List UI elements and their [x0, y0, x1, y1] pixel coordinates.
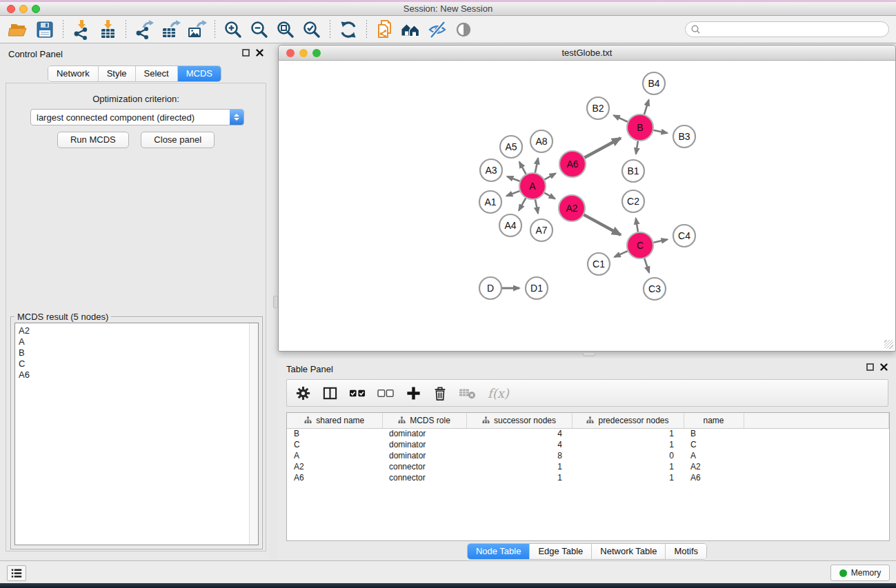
network-window-close-button[interactable]: [286, 49, 295, 57]
network-window-titlebar[interactable]: testGlobe.txt: [279, 45, 895, 61]
close-panel-icon[interactable]: [256, 49, 263, 57]
edge-B-B2[interactable]: [614, 115, 629, 122]
edge-B-B3[interactable]: [653, 130, 668, 133]
node-C2[interactable]: C2: [622, 190, 644, 212]
cell-shared-name[interactable]: A: [287, 450, 382, 461]
horizontal-splitter-handle[interactable]: [583, 352, 595, 356]
save-session-button[interactable]: [32, 18, 58, 41]
delete-column-trash-icon[interactable]: [432, 385, 448, 401]
node-C3[interactable]: C3: [644, 278, 666, 300]
cell-shared-name[interactable]: C: [287, 439, 382, 450]
edge-A-A7[interactable]: [535, 199, 538, 214]
settings-gear-icon[interactable]: [295, 385, 311, 401]
minimize-window-button[interactable]: [19, 5, 28, 13]
column-header-mcds-role[interactable]: MCDS role: [382, 413, 466, 428]
export-image-button[interactable]: [183, 18, 210, 41]
node-D[interactable]: D: [479, 277, 501, 299]
cell-name[interactable]: A6: [684, 472, 744, 483]
node-C[interactable]: C: [627, 232, 653, 258]
cell-mcds-role[interactable]: connector: [382, 472, 466, 483]
export-network-button[interactable]: [131, 18, 157, 41]
cell-predecessor-nodes[interactable]: 1: [572, 439, 684, 450]
cell-predecessor-nodes[interactable]: 0: [572, 450, 684, 461]
import-network-button[interactable]: [68, 18, 94, 41]
node-B1[interactable]: B1: [622, 160, 644, 182]
column-header-successor-nodes[interactable]: successor nodes: [466, 413, 572, 428]
node-A8[interactable]: A8: [530, 130, 552, 152]
cell-successor-nodes[interactable]: 4: [466, 428, 572, 439]
node-A[interactable]: A: [519, 173, 546, 199]
node-C1[interactable]: C1: [588, 253, 610, 275]
network-canvas[interactable]: AA1A2A3A4A5A6A7A8BB1B2B3B4CC1C2C3C4DD1: [279, 61, 895, 350]
tab-motifs[interactable]: Motifs: [666, 544, 706, 559]
zoom-window-button[interactable]: [32, 5, 40, 13]
search-input[interactable]: [701, 22, 888, 37]
edge-A6-B[interactable]: [584, 138, 621, 158]
node-B3[interactable]: B3: [673, 125, 695, 148]
edge-A-A2[interactable]: [544, 192, 555, 199]
cell-predecessor-nodes[interactable]: 1: [572, 461, 684, 472]
node-C4[interactable]: C4: [673, 225, 695, 247]
cell-mcds-role[interactable]: dominator: [382, 428, 466, 439]
table-row[interactable]: Cdominator41C: [287, 439, 889, 450]
cell-name[interactable]: B: [684, 428, 744, 439]
close-panel-button[interactable]: Close panel: [141, 132, 215, 148]
tab-network-table[interactable]: Network Table: [592, 544, 666, 559]
tab-edge-table[interactable]: Edge Table: [530, 544, 592, 559]
tab-select[interactable]: Select: [136, 66, 178, 81]
cell-predecessor-nodes[interactable]: 1: [572, 472, 684, 483]
mcds-result-item[interactable]: A2: [15, 325, 258, 336]
select-all-icon[interactable]: [349, 385, 366, 401]
edge-B-B4[interactable]: [644, 100, 648, 116]
vertical-splitter-handle[interactable]: [273, 296, 278, 308]
open-file-button[interactable]: [6, 18, 32, 41]
node-B4[interactable]: B4: [643, 72, 665, 94]
tab-style[interactable]: Style: [99, 66, 136, 81]
mcds-result-item[interactable]: B: [15, 347, 258, 358]
new-session-from-network-button[interactable]: [372, 18, 398, 41]
table-row[interactable]: A6connector11A6: [287, 472, 889, 483]
unselect-all-icon[interactable]: [377, 385, 395, 401]
cell-successor-nodes[interactable]: 8: [466, 450, 572, 461]
float-table-panel-icon[interactable]: [866, 363, 874, 371]
column-header-shared-name[interactable]: shared name: [287, 413, 382, 428]
zoom-out-button[interactable]: [246, 18, 272, 41]
column-header-name[interactable]: name: [684, 413, 744, 428]
tab-mcds[interactable]: MCDS: [178, 66, 221, 81]
home-button[interactable]: [398, 18, 424, 41]
network-window-zoom-button[interactable]: [312, 49, 321, 57]
edge-A-A3[interactable]: [507, 176, 521, 182]
cell-name[interactable]: C: [684, 439, 744, 450]
node-A3[interactable]: A3: [480, 159, 502, 181]
node-B[interactable]: B: [627, 114, 653, 141]
edge-C-C1[interactable]: [615, 250, 629, 256]
edge-A-A4[interactable]: [519, 197, 526, 211]
float-panel-icon[interactable]: [242, 49, 250, 57]
edge-C-C3[interactable]: [644, 257, 649, 272]
export-table-button[interactable]: [157, 18, 183, 41]
task-history-button[interactable]: [7, 565, 26, 581]
node-A1[interactable]: A1: [479, 191, 501, 213]
hide-graphics-details-button[interactable]: [424, 18, 450, 41]
zoom-selected-button[interactable]: [299, 18, 325, 41]
node-table[interactable]: shared nameMCDS rolesuccessor nodesprede…: [286, 412, 890, 541]
cell-successor-nodes[interactable]: 4: [466, 439, 572, 450]
cell-mcds-role[interactable]: dominator: [382, 439, 466, 450]
edge-A2-C[interactable]: [583, 214, 621, 235]
edge-A-A8[interactable]: [535, 159, 539, 174]
network-window-minimize-button[interactable]: [299, 49, 308, 57]
mcds-result-list[interactable]: A2ABCA6: [14, 323, 259, 545]
cell-shared-name[interactable]: A6: [287, 472, 382, 483]
mcds-result-item[interactable]: A: [15, 336, 258, 347]
edge-A-A5[interactable]: [519, 162, 526, 175]
close-window-button[interactable]: [7, 5, 15, 13]
mcds-result-item[interactable]: A6: [15, 369, 258, 381]
tab-node-table[interactable]: Node Table: [468, 544, 530, 559]
cell-mcds-role[interactable]: dominator: [382, 450, 466, 461]
table-row[interactable]: Bdominator41B: [287, 428, 889, 439]
cell-shared-name[interactable]: A2: [287, 461, 382, 472]
cell-mcds-role[interactable]: connector: [382, 461, 466, 472]
cell-name[interactable]: A: [684, 450, 744, 461]
run-mcds-button[interactable]: Run MCDS: [57, 132, 129, 148]
edge-A-A6[interactable]: [544, 174, 556, 181]
